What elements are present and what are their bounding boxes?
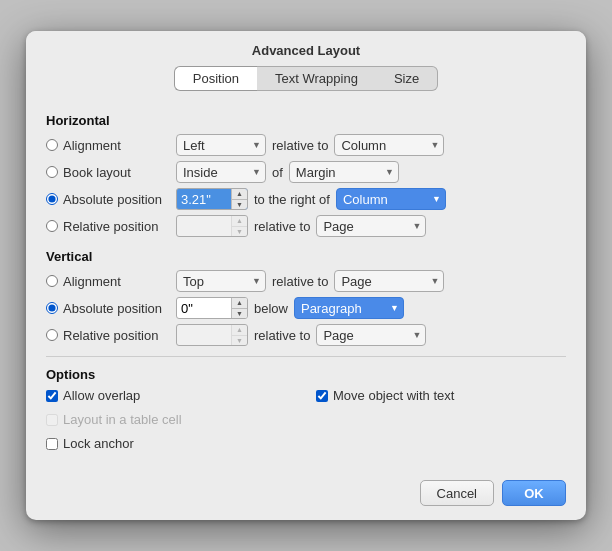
options-divider [46,356,566,357]
tab-position[interactable]: Position [174,66,257,91]
v-alignment-radio-label[interactable]: Alignment [46,274,176,289]
v-absolute-dropdown-container: Paragraph ▼ [294,297,404,319]
tab-bar: Position Text Wrapping Size [26,66,586,101]
h-relative-radio-label[interactable]: Relative position [46,219,176,234]
alignment-relative-dropdown[interactable]: Column [334,134,444,156]
h-absolute-mid-label: to the right of [254,192,330,207]
v-relative-position-row: Relative position ▲ ▼ relative to Page ▼ [46,324,566,346]
v-absolute-radio-label[interactable]: Absolute position [46,301,176,316]
options-grid: Allow overlap Move object with text Layo… [46,388,566,456]
h-absolute-position-row: Absolute position ▲ ▼ to the right of Co… [46,188,566,210]
alignment-value-dropdown[interactable]: Left [176,134,266,156]
v-absolute-radio[interactable] [46,302,58,314]
h-relative-dropdown-container: Page ▼ [316,215,426,237]
v-alignment-relative-dropdown[interactable]: Page [334,270,444,292]
v-alignment-dropdown[interactable]: Top [176,270,266,292]
tab-size[interactable]: Size [376,66,438,91]
dialog-footer: Cancel OK [26,470,586,520]
h-absolute-dropdown-container: Column ▼ [336,188,446,210]
v-absolute-input-container: ▲ ▼ [176,297,248,319]
h-relative-radio[interactable] [46,220,58,232]
allow-overlap-checkbox[interactable] [46,390,58,402]
h-absolute-dropdown[interactable]: Column [336,188,446,210]
h-absolute-input-container: ▲ ▼ [176,188,248,210]
v-relative-radio[interactable] [46,329,58,341]
v-absolute-stepper-up[interactable]: ▲ [232,298,247,309]
horizontal-alignment-radio-label[interactable]: Alignment [46,138,176,153]
v-alignment-radio[interactable] [46,275,58,287]
book-layout-of-label: of [272,165,283,180]
v-relative-stepper-up: ▲ [232,325,247,336]
tab-text-wrapping[interactable]: Text Wrapping [257,66,376,91]
v-relative-stepper-down: ▼ [232,336,247,346]
alignment-relative-label: relative to [272,138,328,153]
h-relative-stepper: ▲ ▼ [231,216,247,236]
h-relative-stepper-up: ▲ [232,216,247,227]
v-alignment-row: Alignment Top ▼ relative to Page ▼ [46,270,566,292]
horizontal-alignment-row: Alignment Left ▼ relative to Column ▼ [46,134,566,156]
v-alignment-relative-dropdown-container: Page ▼ [334,270,444,292]
move-object-row[interactable]: Move object with text [316,388,566,403]
lock-anchor-row[interactable]: Lock anchor [46,436,296,451]
h-relative-dropdown[interactable]: Page [316,215,426,237]
v-absolute-stepper-down[interactable]: ▼ [232,309,247,319]
alignment-relative-dropdown-container: Column ▼ [334,134,444,156]
v-relative-label: relative to [254,328,310,343]
layout-in-table-row[interactable]: Layout in a table cell [46,412,296,427]
cancel-button[interactable]: Cancel [420,480,494,506]
book-layout-dropdown-container: Inside ▼ [176,161,266,183]
v-absolute-position-row: Absolute position ▲ ▼ below Paragraph ▼ [46,297,566,319]
dialog-title: Advanced Layout [26,31,586,66]
vertical-section-title: Vertical [46,249,566,264]
advanced-layout-dialog: Advanced Layout Position Text Wrapping S… [26,31,586,520]
v-relative-dropdown[interactable]: Page [316,324,426,346]
book-layout-radio-label[interactable]: Book layout [46,165,176,180]
tab-content: Horizontal Alignment Left ▼ relative to … [26,101,586,470]
book-layout-of-dropdown[interactable]: Margin [289,161,399,183]
alignment-dropdown-container: Left ▼ [176,134,266,156]
v-relative-dropdown-container: Page ▼ [316,324,426,346]
book-layout-dropdown[interactable]: Inside [176,161,266,183]
options-section-title: Options [46,367,566,382]
horizontal-section-title: Horizontal [46,113,566,128]
ok-button[interactable]: OK [502,480,566,506]
v-alignment-relative-label: relative to [272,274,328,289]
h-absolute-stepper-down[interactable]: ▼ [232,200,247,210]
book-layout-of-dropdown-container: Margin ▼ [289,161,399,183]
v-absolute-stepper[interactable]: ▲ ▼ [231,298,247,318]
h-relative-label: relative to [254,219,310,234]
h-absolute-radio[interactable] [46,193,58,205]
h-absolute-radio-label[interactable]: Absolute position [46,192,176,207]
book-layout-radio[interactable] [46,166,58,178]
h-absolute-stepper-up[interactable]: ▲ [232,189,247,200]
horizontal-alignment-radio[interactable] [46,139,58,151]
v-relative-stepper: ▲ ▼ [231,325,247,345]
v-absolute-mid-label: below [254,301,288,316]
v-absolute-dropdown[interactable]: Paragraph [294,297,404,319]
move-object-checkbox[interactable] [316,390,328,402]
h-relative-stepper-down: ▼ [232,227,247,237]
h-relative-position-row: Relative position ▲ ▼ relative to Page ▼ [46,215,566,237]
v-alignment-dropdown-container: Top ▼ [176,270,266,292]
h-absolute-stepper[interactable]: ▲ ▼ [231,189,247,209]
layout-in-table-checkbox[interactable] [46,414,58,426]
allow-overlap-row[interactable]: Allow overlap [46,388,296,403]
lock-anchor-checkbox[interactable] [46,438,58,450]
v-relative-input-container: ▲ ▼ [176,324,248,346]
v-relative-radio-label[interactable]: Relative position [46,328,176,343]
book-layout-row: Book layout Inside ▼ of Margin ▼ [46,161,566,183]
h-relative-input-container: ▲ ▼ [176,215,248,237]
